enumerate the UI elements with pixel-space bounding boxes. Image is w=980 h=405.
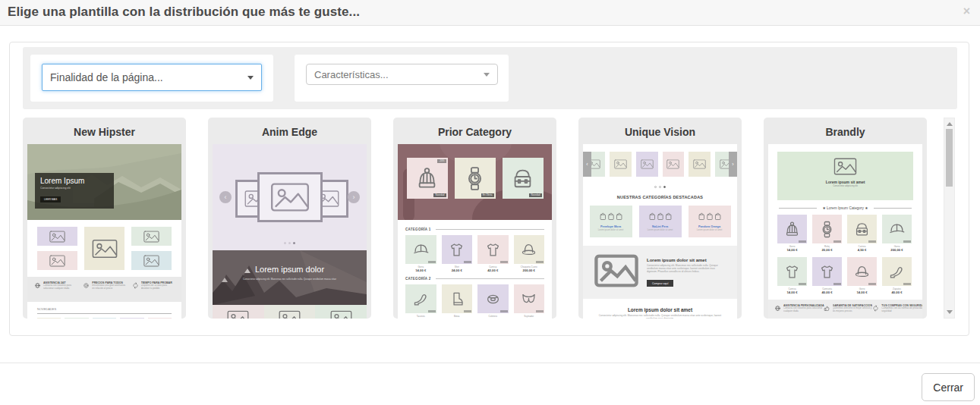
close-icon[interactable]: ×	[963, 5, 970, 18]
product-price: 4,50 €	[847, 248, 877, 252]
product-tile	[65, 318, 88, 319]
preview-hero: Lorem Ipsum Consectetur adipiscing elit …	[27, 144, 181, 220]
column-row: Lorem ipsum sit amet Consectetur adipisc…	[213, 305, 367, 319]
discount-badge: -20%	[437, 159, 446, 163]
feature-desc: Encontrarás una gran alternativa en rela…	[92, 284, 125, 290]
image-placeholder-icon	[143, 231, 159, 243]
feature-paragraph: Consectetur adipiscing elit. Maecenas ne…	[647, 264, 726, 274]
product-price: 24,00 €	[442, 318, 473, 319]
carousel-prev-button: ‹	[583, 152, 591, 177]
hero-text-box: Lorem Ipsum Consectetur adipiscing elit …	[35, 173, 114, 209]
template-name: New Hipster	[23, 126, 186, 138]
shirt-icon	[484, 241, 502, 259]
product-row	[37, 318, 172, 319]
close-button[interactable]: Cerrar	[922, 373, 975, 401]
features-select[interactable]: Características...	[306, 64, 498, 85]
image-carousel: ‹ ›	[213, 144, 367, 250]
feature-desc: Queremos ofrecerte el mejor servicio y l…	[833, 307, 872, 313]
feature-item: ASISTENCIA 24/7 Contacta con nosotros pa…	[34, 281, 77, 290]
section-heading: NUESTRAS CATEGORÍAS DESTACADAS	[583, 195, 737, 199]
hero-button: Leer más	[40, 196, 61, 202]
modal-header: Elige una plantilla con la distribución …	[0, 0, 980, 26]
scroll-down-arrow[interactable]	[947, 310, 953, 314]
template-preview: Lorem Ipsum Consectetur adipiscing elit …	[27, 144, 181, 319]
product-item: Camisa 42,00 €	[477, 235, 509, 272]
template-picker-modal: Elige una plantilla con la distribución …	[0, 0, 980, 405]
ribbon-label: En Oferta	[481, 193, 494, 197]
shirt-icon	[448, 241, 465, 259]
category-header: CATEGORÍA 1	[405, 228, 544, 231]
image-tile	[131, 251, 172, 270]
product-row: Tacones 14,00 € Botas 24,00 € Coletero 4…	[405, 284, 544, 319]
scrollbar-thumb[interactable]	[946, 129, 953, 187]
carousel-next-button: ›	[348, 191, 360, 203]
product-price: 200,00 €	[514, 318, 545, 319]
image-tile	[610, 152, 632, 177]
hero-subtitle: Consectetur adipiscing elit	[40, 187, 109, 190]
column-item: Lorem ipsum sit amet Consectetur adipisc…	[315, 305, 367, 319]
image-placeholder-icon	[666, 159, 679, 169]
column-item: Lorem ipsum sit amet Consectetur adipisc…	[213, 305, 264, 319]
scroll-up-arrow[interactable]	[947, 122, 953, 126]
gallery-scrollbar[interactable]	[944, 118, 955, 319]
satchel-icon	[510, 166, 535, 191]
product-price: 42,00 €	[477, 318, 509, 319]
bra-icon	[520, 290, 537, 308]
carousel-prev-button: ‹	[219, 191, 232, 203]
product-item: Cartera 4,50 €	[847, 215, 877, 252]
carousel-dots	[213, 242, 367, 244]
feature-desc: Contacta con nosotros para solucionar cu…	[783, 307, 824, 313]
product-price: 200,00 €	[514, 268, 545, 272]
image-placeholder-icon	[49, 231, 65, 243]
category-cards: Penelope Mora Lorem ipsum dolor sit amet…	[583, 206, 737, 237]
features-select-value: Características...	[314, 69, 389, 80]
image-tile	[636, 152, 658, 177]
purpose-select-value: Finalidad de la página...	[50, 71, 163, 83]
hat-icon	[853, 263, 871, 281]
image-tile	[37, 227, 77, 246]
features-strip: ASISTENCIA PERSONALIZADA Contacta con no…	[768, 300, 922, 319]
novelties-section: NOVEDADES	[27, 302, 181, 319]
feature-item: TUS COMPRAS CON SEGURIDAD Cumplimos con …	[872, 304, 916, 313]
category-heading-text: ★ Lorem Ipsum Category ★	[822, 206, 868, 210]
dot-active	[293, 242, 295, 244]
image-tile	[689, 152, 711, 177]
image-placeholder-icon	[92, 239, 118, 259]
purpose-select[interactable]: Finalidad de la página...	[42, 64, 262, 91]
watch-icon	[818, 221, 836, 238]
template-card-new-hipster[interactable]: New Hipster Lorem Ipsum Consectetur adip…	[23, 118, 186, 319]
product-price: 40,00 €	[882, 290, 912, 294]
template-card-anim-edge[interactable]: Anim Edge ‹ ›	[208, 118, 371, 319]
divider	[436, 278, 544, 279]
category-line: Lorem ipsum dolor sit amet	[639, 228, 682, 231]
product-price: 20,00 €	[812, 248, 842, 252]
hero-sub: Consectetur adipiscing elit	[777, 184, 913, 187]
image-tile	[663, 152, 685, 177]
globe-icon	[34, 282, 41, 289]
product-item: Botas 24,00 €	[442, 284, 473, 319]
category-line: Lorem ipsum dolor sit amet	[689, 228, 731, 231]
hero-product: En Oferta	[455, 158, 496, 199]
watch-icon	[462, 166, 487, 191]
footer-divider	[0, 363, 980, 363]
gear-icon	[83, 282, 90, 289]
template-name: Brandly	[764, 126, 927, 138]
template-card-prior-category[interactable]: Prior Category -20% Novedad En Oferta	[393, 118, 556, 319]
dot	[659, 186, 661, 188]
dot-active	[663, 186, 666, 188]
template-name: Unique Vision	[578, 126, 742, 138]
hero-title: Lorem Ipsum	[40, 177, 109, 185]
tile-column	[84, 227, 124, 270]
feature-section: Lorem ipsum dolor sit amet Consectetur a…	[583, 246, 737, 299]
section-label: NOVEDADES	[37, 307, 172, 311]
features-strip: ASISTENCIA 24/7 Contacta con nosotros pa…	[27, 277, 181, 302]
feature-item: GARANTÍA DE SATISFACCIÓN Queremos ofrece…	[824, 304, 868, 313]
template-card-unique-vision[interactable]: Unique Vision ‹ › NUESTRAS CATEGOR	[578, 118, 742, 319]
category-body: CATEGORÍA 1 Gorra 14,00 € Shirt 24,00 €	[398, 220, 552, 319]
large-image-placeholder	[594, 253, 638, 291]
category-card: NoLiet Pera Lorem ipsum dolor sit amet	[639, 206, 682, 237]
purpose-filter-card: Finalidad de la página...	[30, 55, 273, 102]
template-card-brandly[interactable]: Brandly Lorem ipsum sit amet Consectetur…	[764, 118, 927, 319]
product-item: Coletero 42,00 €	[477, 284, 509, 319]
template-preview: Lorem ipsum sit amet Consectetur adipisc…	[768, 144, 922, 319]
